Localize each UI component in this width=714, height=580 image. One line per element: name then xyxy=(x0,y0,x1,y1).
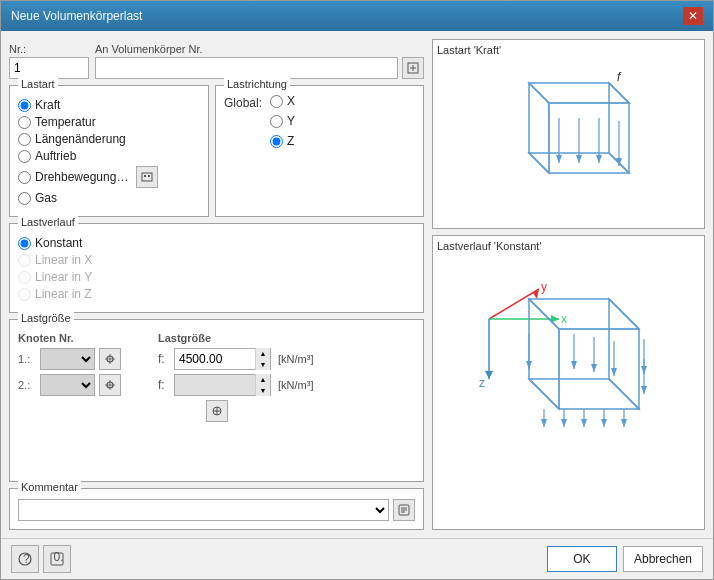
radio-linear-z-input[interactable] xyxy=(18,288,31,301)
lg-center-btn[interactable] xyxy=(206,400,228,422)
knoten-row-1: 1.: xyxy=(18,348,148,370)
radio-konstant-input[interactable] xyxy=(18,237,31,250)
nr-input[interactable] xyxy=(9,57,89,79)
lastverlauf-options: Konstant Linear in X Linear in Y Linear … xyxy=(18,236,415,301)
dialog-footer: ? 0.00 OK Abbrechen xyxy=(1,538,713,579)
kommentar-icon-btn[interactable] xyxy=(393,499,415,521)
radio-temperatur-input[interactable] xyxy=(18,116,31,129)
lg-center-icon-row xyxy=(18,400,415,422)
svg-line-34 xyxy=(489,289,539,319)
knoten-2-pick-btn[interactable] xyxy=(99,374,121,396)
radio-z-input[interactable] xyxy=(270,135,283,148)
radio-linear-x-input[interactable] xyxy=(18,254,31,267)
radio-auftrieb-input[interactable] xyxy=(18,150,31,163)
knoten-1-pick-btn[interactable] xyxy=(99,348,121,370)
preview-bottom-title: Lastverlauf 'Konstant' xyxy=(437,240,700,252)
lg-2-input[interactable] xyxy=(175,375,255,395)
radio-linear-y-label[interactable]: Linear in Y xyxy=(35,270,92,284)
radio-x-input[interactable] xyxy=(270,95,283,108)
lg-2-unit: [kN/m³] xyxy=(278,379,313,391)
radio-y-input[interactable] xyxy=(270,115,283,128)
radio-linear-y-input[interactable] xyxy=(18,271,31,284)
kommentar-group: Kommentar xyxy=(9,488,424,530)
left-panel: Nr.: An Volumenkörper Nr. Last xyxy=(9,39,424,530)
svg-marker-67 xyxy=(571,361,577,369)
radio-gas-label[interactable]: Gas xyxy=(35,191,57,205)
lastgroesse-title: Lastgröße xyxy=(18,312,74,324)
kommentar-select[interactable] xyxy=(18,499,389,521)
cancel-button[interactable]: Abbrechen xyxy=(623,546,703,572)
radio-linear-z: Linear in Z xyxy=(18,287,415,301)
global-label: Global: xyxy=(224,96,262,110)
radio-x-label[interactable]: X xyxy=(287,94,295,108)
radio-linear-x: Linear in X xyxy=(18,253,415,267)
svg-rect-4 xyxy=(144,175,146,177)
knoten-1-nr: 1.: xyxy=(18,353,36,365)
drehbewegung-icon-btn[interactable] xyxy=(136,166,158,188)
global-row: Global: X Y xyxy=(224,94,415,151)
lastverlauf-group: Lastverlauf Konstant Linear in X Linear … xyxy=(9,223,424,313)
radio-x: X xyxy=(270,94,295,108)
svg-text:x: x xyxy=(561,312,567,326)
lg-1-spinner: ▲ ▼ xyxy=(255,348,270,370)
close-button[interactable]: ✕ xyxy=(683,7,703,25)
preview-bottom-canvas: y x z xyxy=(437,254,700,464)
lg-2-down-btn[interactable]: ▼ xyxy=(256,385,270,396)
knoten-1-select[interactable] xyxy=(40,348,95,370)
knoten-header-wrap: Knoten Nr. xyxy=(18,332,148,348)
lastart-title: Lastart xyxy=(18,78,58,90)
lg-1-input[interactable] xyxy=(175,349,255,369)
dialog: Neue Volumenkörperlast ✕ Nr.: An Volumen… xyxy=(0,0,714,580)
svg-marker-61 xyxy=(621,419,627,427)
ok-button[interactable]: OK xyxy=(547,546,617,572)
lg-1-up-btn[interactable]: ▲ xyxy=(256,348,270,359)
knoten-2-nr: 2.: xyxy=(18,379,36,391)
lg-1-label: f: xyxy=(158,352,170,366)
radio-z-label[interactable]: Z xyxy=(287,134,294,148)
calculator-button[interactable]: 0.00 xyxy=(43,545,71,573)
radio-konstant-label[interactable]: Konstant xyxy=(35,236,82,250)
radio-linear-z-label[interactable]: Linear in Z xyxy=(35,287,92,301)
vk-group: An Volumenkörper Nr. xyxy=(95,43,424,79)
radio-gas: Gas xyxy=(18,191,200,205)
svg-text:z: z xyxy=(479,376,485,390)
svg-marker-71 xyxy=(611,368,617,376)
svg-marker-19 xyxy=(529,83,629,103)
radio-laengen: Längenänderung xyxy=(18,132,200,146)
radio-kraft-label[interactable]: Kraft xyxy=(35,98,60,112)
lg-row-2: 2.: f: ▲ ▼ xyxy=(18,374,415,396)
radio-gas-input[interactable] xyxy=(18,192,31,205)
knoten-2-select[interactable] xyxy=(40,374,95,396)
help-button[interactable]: ? xyxy=(11,545,39,573)
svg-text:0.00: 0.00 xyxy=(54,552,65,564)
lg-value-row-1: f: ▲ ▼ [kN/m³] xyxy=(158,348,313,370)
radio-kraft-input[interactable] xyxy=(18,99,31,112)
lg-value-row-2: f: ▲ ▼ [kN/m³] xyxy=(158,374,313,396)
vk-input[interactable] xyxy=(95,57,398,79)
svg-text:?: ? xyxy=(23,552,30,566)
lg-2-spinner: ▲ ▼ xyxy=(255,374,270,396)
lg-1-down-btn[interactable]: ▼ xyxy=(256,359,270,370)
radio-temperatur: Temperatur xyxy=(18,115,200,129)
radio-auftrieb-label[interactable]: Auftrieb xyxy=(35,149,76,163)
radio-linear-x-label[interactable]: Linear in X xyxy=(35,253,92,267)
lg-2-label: f: xyxy=(158,378,170,392)
lastgroesse-group: Lastgröße Knoten Nr. Lastgröße 1.: xyxy=(9,319,424,482)
lg-2-input-wrap: ▲ ▼ xyxy=(174,374,271,396)
radio-drehbewegung: Drehbewegung… xyxy=(18,166,200,188)
svg-text:y: y xyxy=(541,280,547,294)
radio-temperatur-label[interactable]: Temperatur xyxy=(35,115,96,129)
radio-drehbewegung-input[interactable] xyxy=(18,171,31,184)
lastrichtung-title: Lastrichtung xyxy=(224,78,290,90)
svg-marker-53 xyxy=(541,419,547,427)
footer-left: ? 0.00 xyxy=(11,545,71,573)
lg-2-up-btn[interactable]: ▲ xyxy=(256,374,270,385)
vk-pick-button[interactable] xyxy=(402,57,424,79)
radio-y-label[interactable]: Y xyxy=(287,114,295,128)
radio-laengen-input[interactable] xyxy=(18,133,31,146)
top-row: Nr.: An Volumenkörper Nr. xyxy=(9,43,424,79)
radio-linear-y: Linear in Y xyxy=(18,270,415,284)
radio-laengen-label[interactable]: Längenänderung xyxy=(35,132,126,146)
radio-drehbewegung-label[interactable]: Drehbewegung… xyxy=(35,170,128,184)
footer-right: OK Abbrechen xyxy=(547,546,703,572)
